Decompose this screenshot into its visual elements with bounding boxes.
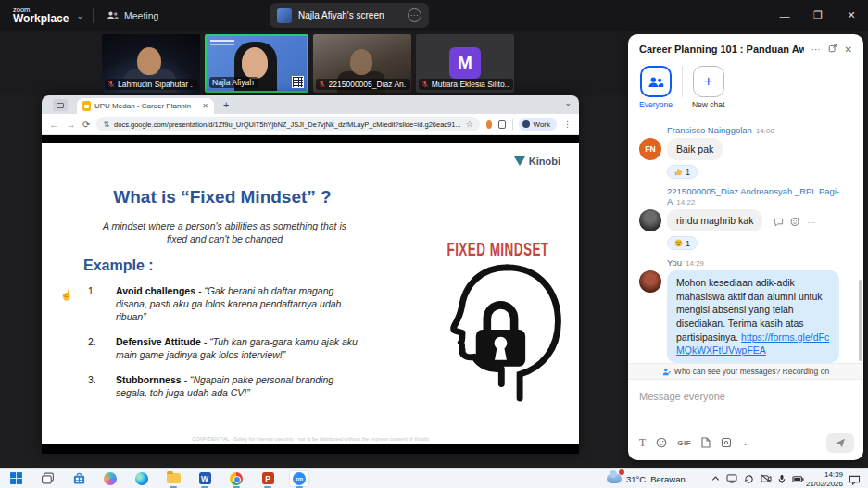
copilot-button[interactable]	[98, 469, 122, 488]
reaction-chip[interactable]: 1	[667, 236, 698, 250]
video-tile-diaz[interactable]: 2215000005_Diaz An...	[313, 34, 411, 93]
message-sender: 2215000005_Diaz Andreansyah _RPL Pagi-A1…	[667, 186, 854, 206]
microsoft-store-button[interactable]	[67, 469, 91, 488]
list-number: 2.	[88, 336, 116, 362]
word-icon: W	[199, 472, 211, 484]
video-tile-mutiara[interactable]: M Mutiara Eklesia Silito...	[416, 34, 514, 93]
reply-icon[interactable]	[774, 218, 784, 227]
word-button[interactable]: W	[193, 469, 217, 488]
muted-mic-icon	[107, 81, 115, 88]
address-bar: ⇅ docs.google.com/presentation/d/1Zf9u_U…	[96, 117, 479, 131]
tabstrip-chevron-icon: ⌄	[564, 98, 572, 107]
list-number: 1.	[88, 285, 116, 324]
everyone-button[interactable]	[640, 66, 672, 97]
compose-toolbar: T GIF ⌄	[628, 431, 863, 460]
channel-divider	[682, 66, 683, 97]
chrome-button[interactable]	[224, 469, 248, 488]
tab-screen-share[interactable]: Najla Afiyah's screen ···	[270, 3, 429, 28]
tab-meeting[interactable]: Meeting	[107, 10, 158, 21]
windows-taskbar: W P zm 31°C Berawan 14:39 21/02/2026	[0, 468, 868, 488]
new-chat[interactable]: + New chat	[692, 66, 724, 109]
camera-off-icon[interactable]	[761, 474, 772, 483]
message-bubble: Mohon kesediaan adik-adik mahasiswa akti…	[667, 270, 839, 363]
file-icon[interactable]	[701, 437, 711, 448]
emoji-icon[interactable]	[656, 437, 667, 448]
gif-icon[interactable]: GIF	[677, 439, 691, 447]
shared-screen-browser: UPU Medan - Career Plannin ✕ + ⌄ ← → ⟳ ⇅…	[42, 95, 579, 454]
powerpoint-button[interactable]: P	[256, 469, 280, 488]
laughing-emoji	[674, 239, 683, 247]
pop-out-icon[interactable]	[828, 44, 837, 55]
message-sender: You14:29	[667, 257, 854, 268]
minimize-button[interactable]: —	[768, 0, 801, 31]
participant-nametag: Najla Afiyah	[209, 77, 258, 88]
taskbar-clock[interactable]: 14:39 21/02/2026	[795, 470, 843, 488]
clock-date: 21/02/2026	[795, 480, 843, 488]
screen-share-tab-label: Najla Afiyah's screen	[298, 10, 401, 20]
close-button[interactable]: ✕	[835, 0, 868, 31]
presentation-slide: Kinobi What is “Fixed Mindset” ? A minds…	[42, 143, 579, 444]
microphone-icon[interactable]	[778, 474, 786, 484]
tab-close-icon: ✕	[202, 102, 208, 110]
list-item: 3. Stubbornness - “Ngapain pake personal…	[88, 374, 375, 400]
extension-icon	[486, 120, 493, 129]
profile-avatar-icon	[522, 120, 530, 128]
maximize-button[interactable]: ❐	[801, 0, 835, 31]
avatar	[639, 270, 661, 293]
clock-time: 14:39	[795, 470, 843, 480]
zoom-app-button[interactable]: zm	[287, 469, 311, 488]
message-bubble: Baik pak	[667, 138, 723, 160]
avatar: FN	[639, 138, 661, 160]
new-chat-button[interactable]: +	[693, 66, 724, 97]
screenshot-icon[interactable]	[721, 437, 732, 448]
browser-tab: UPU Medan - Career Plannin ✕	[77, 98, 214, 114]
chat-more-icon[interactable]: ···	[811, 44, 821, 55]
powerpoint-icon: P	[262, 472, 274, 484]
privacy-bar[interactable]: Who can see your messages? Recording on	[628, 363, 863, 380]
copilot-icon	[104, 472, 117, 485]
browser-tab-title: UPU Medan - Career Plannin	[94, 102, 198, 110]
store-icon	[72, 471, 86, 485]
list-item: 1. Avoid challenges - “Gak berani ah daf…	[88, 285, 375, 324]
notification-center-button[interactable]	[849, 472, 861, 488]
add-reaction-icon[interactable]	[790, 217, 800, 227]
start-button[interactable]	[4, 469, 28, 488]
file-explorer-icon	[167, 473, 181, 483]
edge-button[interactable]	[130, 469, 154, 488]
message-input[interactable]	[639, 391, 852, 402]
qr-code	[292, 76, 304, 88]
chevron-down-icon[interactable]: ⌄	[742, 439, 748, 447]
slide-example-list: 1. Avoid challenges - “Gak berani ah daf…	[88, 285, 375, 412]
file-explorer-button[interactable]	[161, 469, 185, 488]
video-tile-najla-active-speaker[interactable]: Najla Afiyah	[205, 34, 308, 93]
more-actions-icon[interactable]: ···	[807, 218, 815, 227]
chat-message: rindu maghrib kak ···	[639, 209, 854, 231]
chat-scrollbar[interactable]	[859, 280, 862, 361]
weather-temperature: 31°C	[626, 474, 646, 484]
send-plane-icon	[835, 438, 846, 448]
everyone-channel[interactable]: Everyone	[639, 66, 673, 109]
bookmark-star-icon: ☆	[466, 119, 473, 129]
tab-search-icon	[53, 99, 68, 111]
slide-subtitle: A mindset where a person's abilities as …	[93, 220, 357, 246]
reaction-chip[interactable]: 1	[667, 165, 698, 179]
chevron-down-icon[interactable]: ⌄	[76, 11, 83, 20]
virtual-background-text	[210, 40, 234, 42]
reaction-count: 1	[686, 168, 690, 177]
update-icon[interactable]	[744, 474, 754, 484]
chat-close-icon[interactable]: ✕	[845, 44, 852, 55]
google-slides-icon	[82, 101, 91, 111]
format-text-icon[interactable]: T	[639, 436, 646, 450]
chrome-icon	[230, 472, 243, 485]
chat-message: FN Baik pak	[639, 138, 854, 160]
display-icon[interactable]	[726, 474, 737, 483]
tab-more-options-icon[interactable]: ···	[408, 8, 421, 22]
tray-chevron-up-icon[interactable]	[711, 475, 720, 482]
task-view-icon	[41, 471, 55, 485]
message-actions: ···	[774, 217, 815, 227]
taskbar-weather[interactable]: 31°C Berawan	[607, 469, 686, 488]
people-icon	[107, 11, 119, 20]
send-button[interactable]	[826, 433, 854, 453]
task-view-button[interactable]	[35, 469, 59, 488]
video-tile-lahmudin[interactable]: Lahmudin Sipahutar .	[102, 34, 200, 93]
